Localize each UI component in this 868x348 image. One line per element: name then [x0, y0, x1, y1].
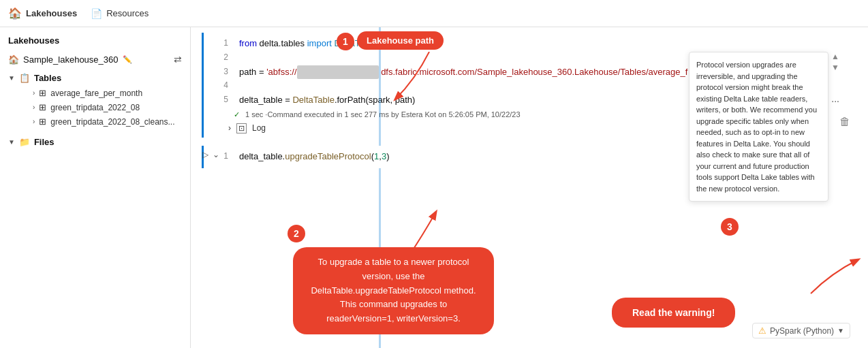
refresh-icon[interactable]: ⇄ — [174, 54, 182, 65]
callout-2-box: To upgrade a table to a newer protocol v… — [293, 247, 494, 334]
scroll-up-icon[interactable]: ▲ — [831, 52, 839, 61]
warning-scroll: ▲ ▼ — [831, 52, 839, 72]
pyspark-label: PySpark (Python) — [770, 326, 834, 336]
lakehouses-tab[interactable]: 🏠 Lakehouses — [8, 7, 77, 20]
edit-icon: ✏️ — [123, 55, 132, 64]
files-section: ▼ 📁 Files — [0, 131, 190, 153]
exec-info-text: 1 sec ·Command executed in 1 sec 277 ms … — [245, 110, 521, 118]
chevron-icon: › — [33, 89, 35, 97]
callout-3-num: 3 — [721, 218, 739, 236]
run-icon[interactable]: ▷ — [202, 150, 208, 159]
table-label-3: green_tripdata_2022_08_cleans... — [50, 117, 174, 127]
tables-header[interactable]: ▼ 📋 Tables — [8, 70, 182, 86]
ellipsis-icon: ··· — [831, 95, 839, 106]
log-box-icon: ⊡ — [236, 123, 247, 133]
files-chevron: ▼ — [8, 138, 15, 146]
code-line-1: 1 from delta.tables import DeltaTable — [209, 37, 860, 51]
chevron-icon-2: › — [33, 104, 35, 111]
lakehouse-icon: 🏠 — [8, 54, 19, 65]
scroll-down-icon[interactable]: ▼ — [831, 63, 839, 72]
tables-icon: 📋 — [19, 73, 30, 83]
table-label-1: average_fare_per_month — [50, 89, 142, 98]
resources-label: Resources — [106, 8, 149, 18]
lakehouses-icon: 🏠 — [8, 7, 22, 20]
lakehouse-row[interactable]: 🏠 Sample_lakehouse_360 ✏️ ⇄ — [0, 51, 190, 67]
table-label-2: green_tripdata_2022_08 — [50, 103, 140, 112]
pyspark-chevron: ▼ — [837, 327, 844, 334]
tables-label: Tables — [34, 73, 61, 83]
sidebar-title: Lakehouses — [0, 33, 190, 51]
exec-check-icon: ✓ — [234, 110, 240, 119]
pyspark-badge[interactable]: ⚠ PySpark (Python) ▼ — [752, 323, 850, 338]
code-area: 1 from delta.tables import DeltaTable 2 … — [191, 27, 868, 348]
table-item-2[interactable]: › ⊞ green_tripdata_2022_08 — [14, 100, 182, 114]
callout-2-num: 2 — [288, 225, 305, 242]
table-icon-3: ⊞ — [39, 116, 46, 127]
table-icon-2: ⊞ — [39, 102, 46, 112]
lakehouse-name-label: Sample_lakehouse_360 — [23, 54, 119, 65]
chevron-icon-3: › — [33, 118, 35, 125]
table-item-3[interactable]: › ⊞ green_tripdata_2022_08_cleans... — [14, 114, 182, 129]
expand-icon[interactable]: ⌄ — [213, 150, 219, 159]
tables-chevron: ▼ — [8, 74, 15, 82]
callout-3-box: Read the warning! — [612, 298, 735, 328]
log-expand-icon: › — [228, 123, 231, 133]
table-icon-1: ⊞ — [39, 88, 46, 98]
top-bar: 🏠 Lakehouses 📄 Resources — [0, 0, 868, 27]
table-item-1[interactable]: › ⊞ average_fare_per_month — [14, 86, 182, 100]
warning-triangle-icon: ⚠ — [758, 326, 766, 336]
delete-button[interactable]: 🗑 — [839, 116, 850, 128]
delete-icon: 🗑 — [839, 116, 850, 127]
files-icon: 📁 — [19, 137, 30, 147]
resources-tab[interactable]: 📄 Resources — [91, 8, 149, 19]
files-label: Files — [34, 137, 55, 147]
callout-1-num: 1 — [337, 33, 354, 50]
more-options-button[interactable]: ··· — [831, 95, 839, 106]
callout-1-box: Lakehouse path — [357, 31, 444, 50]
sidebar: Lakehouses 🏠 Sample_lakehouse_360 ✏️ ⇄ ▼… — [0, 27, 191, 348]
lakehouse-name: 🏠 Sample_lakehouse_360 ✏️ — [8, 54, 132, 65]
log-label: Log — [252, 123, 266, 133]
warning-box: Protocol version upgrades are irreversib… — [689, 52, 828, 202]
lakehouses-label: Lakehouses — [26, 8, 77, 18]
warning-text: Protocol version upgrades are irreversib… — [696, 61, 817, 193]
tables-section: ▼ 📋 Tables › ⊞ average_fare_per_month › … — [0, 67, 190, 131]
files-header[interactable]: ▼ 📁 Files — [8, 134, 182, 150]
resources-icon: 📄 — [91, 8, 102, 19]
